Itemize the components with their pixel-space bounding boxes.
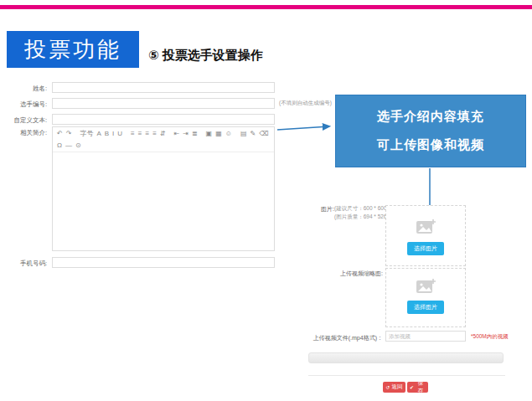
custom-text-input[interactable] <box>52 114 275 125</box>
toolbar-icon[interactable]: ▦ <box>215 129 222 139</box>
slide-canvas: 投票功能 ⑤ 投票选手设置操作 姓名: 选手编号: 自定义文本: 相关简介: 手… <box>0 0 532 401</box>
toolbar-icon[interactable]: ⌫ <box>259 129 268 139</box>
toolbar-icon[interactable]: ⇵ <box>160 129 166 139</box>
callout-line2: 可上传图像和视频 <box>377 137 484 153</box>
save-button[interactable]: ✔ 保存 <box>407 382 428 393</box>
toolbar-icon[interactable]: ▤ <box>240 129 247 139</box>
toolbar-icon[interactable]: ≣ <box>192 129 198 139</box>
toolbar-icon[interactable]: ✎ <box>250 129 256 139</box>
arrow-editor-to-callout <box>277 126 329 130</box>
video-file-label: 上传视频文件(.mp4格式)： <box>293 334 383 342</box>
image-placeholder-icon <box>416 278 436 294</box>
toolbar-icon[interactable]: ≡ <box>131 129 135 139</box>
name-input[interactable] <box>52 82 275 93</box>
toolbar-icon[interactable]: ▣ <box>206 129 213 139</box>
toolbar-icon[interactable]: A <box>96 129 101 139</box>
intro-label: 相关简介: <box>0 129 47 137</box>
phone-input[interactable] <box>52 257 275 268</box>
image-upload-dropzone: 选择图片 <box>385 205 466 266</box>
video-size-warning: *500M内的视频 <box>471 333 509 341</box>
upload-progress-bar <box>308 352 504 363</box>
toolbar-icon[interactable]: Ω <box>57 141 62 151</box>
toolbar-icon[interactable]: U <box>117 129 122 139</box>
top-accent-stripe <box>0 5 532 9</box>
choose-thumb-button[interactable]: 选择图片 <box>407 301 444 314</box>
video-thumb-label: 上传视频缩略图: <box>318 270 383 278</box>
image-note-1: (建议尺寸：600 * 600) <box>334 205 389 213</box>
number-auto-note: (不填则自动生成编号) <box>279 100 332 107</box>
toolbar-icon[interactable]: ≡ <box>145 129 149 139</box>
number-label: 选手编号: <box>0 100 47 109</box>
phone-label: 手机号码: <box>0 260 47 268</box>
toolbar-icon[interactable]: ⇤ <box>174 129 180 139</box>
image-note-2: (图片质量：694 * 526) <box>334 213 389 221</box>
toolbar-icon[interactable]: ≡ <box>152 129 157 139</box>
toolbar-icon[interactable]: 字号 <box>80 129 93 139</box>
check-icon: ✔ <box>410 384 414 390</box>
editor-content-area[interactable] <box>53 152 274 249</box>
toolbar-icon[interactable]: ⇥ <box>183 129 189 139</box>
toolbar-icon[interactable]: ⊙ <box>75 141 81 151</box>
back-button-label: 返回 <box>392 383 403 391</box>
editor-toolbar-row1: ↶↷字号ABIU≡≡≡≡⇵⇤⇥≣▣▦☺▤✎⌫⤢ <box>53 127 274 140</box>
callout-line1: 选手介绍内容填充 <box>377 109 484 125</box>
toolbar-icon[interactable]: ☺ <box>225 129 232 139</box>
toolbar-icon[interactable]: ↷ <box>66 129 72 139</box>
toolbar-icon[interactable]: I <box>112 129 114 139</box>
undo-icon: ↺ <box>385 384 390 390</box>
toolbar-icon[interactable]: ↶ <box>57 129 63 139</box>
number-input[interactable] <box>52 98 275 109</box>
name-label: 姓名: <box>0 85 47 93</box>
video-file-input[interactable] <box>385 331 466 342</box>
toolbar-icon[interactable]: ≡ <box>138 129 142 139</box>
editor-toolbar-row2: Ω—⊙ <box>53 140 274 152</box>
intro-rich-text-editor: ↶↷字号ABIU≡≡≡≡⇵⇤⇥≣▣▦☺▤✎⌫⤢ Ω—⊙ <box>52 126 275 251</box>
save-button-label: 保存 <box>416 380 426 395</box>
custom-text-label: 自定义文本: <box>0 116 47 125</box>
slide-title-box: 投票功能 <box>7 31 139 68</box>
choose-image-button[interactable]: 选择图片 <box>407 242 444 255</box>
back-button[interactable]: ↺ 返回 <box>383 382 405 393</box>
page-title: 投票功能 <box>24 35 121 64</box>
video-thumb-dropzone: 选择图片 <box>385 268 466 327</box>
image-placeholder-icon <box>416 218 436 234</box>
slide-heading: ⑤ 投票选手设置操作 <box>148 48 263 64</box>
toolbar-icon[interactable]: — <box>65 141 72 151</box>
image-label: 图片: <box>321 205 334 213</box>
toolbar-icon[interactable]: B <box>105 129 109 139</box>
annotation-callout: 选手介绍内容填充 可上传图像和视频 <box>335 95 526 167</box>
footer-divider <box>308 375 505 376</box>
